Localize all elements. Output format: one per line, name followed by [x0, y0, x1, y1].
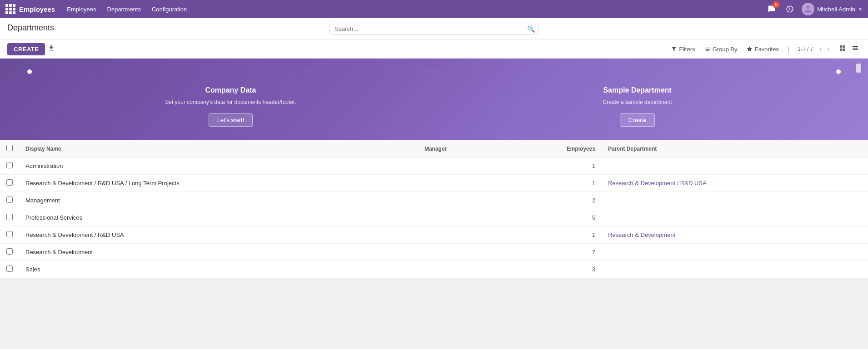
table-header-row: Display Name Manager Employees Parent De…	[0, 140, 868, 157]
groupby-button[interactable]: Group By	[701, 44, 741, 54]
chevron-down-icon: ▼	[858, 7, 863, 12]
filters-label: Filters	[679, 46, 695, 53]
search-bar: 🔍	[329, 23, 539, 35]
row-manager	[418, 175, 502, 192]
nav-configuration[interactable]: Configuration	[147, 4, 191, 15]
messages-icon-btn[interactable]: 5	[765, 3, 778, 15]
kanban-icon	[839, 44, 846, 52]
banner-section-sample: Sample Department Create a sample depart…	[434, 86, 841, 127]
row-checkbox-2[interactable]	[6, 197, 13, 203]
favorites-label: Favorites	[754, 46, 778, 53]
table-row[interactable]: Research & Development 7	[0, 244, 868, 261]
progress-dot-end	[836, 69, 841, 74]
avatar	[802, 3, 814, 15]
row-checkbox-0[interactable]	[6, 162, 13, 168]
search-icon[interactable]: 🔍	[527, 25, 535, 33]
row-checkbox-cell	[0, 175, 19, 192]
row-parent-dept	[602, 244, 868, 261]
banner-section-company: Company Data Set your company's data for…	[27, 86, 434, 127]
favorites-button[interactable]: Favorites	[743, 44, 782, 54]
header-checkbox-cell	[0, 140, 19, 157]
upload-button[interactable]	[45, 43, 58, 55]
row-name: Research & Development	[19, 244, 418, 261]
company-data-title: Company Data	[27, 86, 434, 94]
row-manager	[418, 226, 502, 244]
sample-create-button[interactable]: Create	[620, 113, 655, 127]
row-employees: 2	[502, 192, 602, 209]
create-button[interactable]: CREATE	[7, 43, 45, 55]
row-employees: 1	[502, 175, 602, 192]
row-name: Professional Services	[19, 209, 418, 226]
nav-employees[interactable]: Employees	[62, 4, 100, 15]
progress-line	[32, 72, 836, 72]
row-checkbox-6[interactable]	[6, 265, 13, 272]
sample-dept-title: Sample Department	[434, 86, 841, 94]
page-content-area	[0, 278, 868, 349]
col-display-name: Display Name	[19, 140, 418, 157]
table-row[interactable]: Research & Development / R&D USA 1 Resea…	[0, 226, 868, 244]
message-badge: 5	[773, 1, 780, 8]
toolbar: CREATE Filters Group By Favorites | 1-7 …	[0, 40, 868, 59]
row-manager	[418, 244, 502, 261]
row-name: Sales	[19, 261, 418, 278]
row-checkbox-cell	[0, 226, 19, 244]
list-view-button[interactable]	[850, 44, 861, 54]
row-checkbox-4[interactable]	[6, 231, 13, 237]
table-row[interactable]: Professional Services 5	[0, 209, 868, 226]
page-title: Departments	[7, 21, 54, 36]
filters-button[interactable]: Filters	[667, 44, 698, 54]
row-name: Management	[19, 192, 418, 209]
lets-start-button[interactable]: Let's start!	[209, 113, 253, 127]
row-employees: 5	[502, 209, 602, 226]
row-checkbox-1[interactable]	[6, 179, 13, 186]
list-icon	[852, 44, 859, 52]
row-manager	[418, 192, 502, 209]
row-checkbox-cell	[0, 192, 19, 209]
user-menu[interactable]: Mitchell Admin ▼	[802, 3, 863, 15]
row-checkbox-cell	[0, 244, 19, 261]
col-employees: Employees	[502, 140, 602, 157]
row-parent-dept: Research & Development / R&D USA	[602, 175, 868, 192]
table-row[interactable]: Sales 3	[0, 261, 868, 278]
app-logo[interactable]: Employees	[5, 4, 55, 14]
banner-progress	[27, 69, 841, 74]
row-checkbox-5[interactable]	[6, 248, 13, 255]
next-page-button[interactable]: ›	[826, 44, 832, 54]
app-name: Employees	[19, 5, 55, 13]
row-parent-dept	[602, 157, 868, 175]
pagination-info: 1-7 / 7	[798, 46, 813, 52]
select-all-checkbox[interactable]	[6, 145, 13, 151]
row-name: Research & Development / R&D USA / Long …	[19, 175, 418, 192]
row-manager	[418, 261, 502, 278]
banner-close-button[interactable]: ×	[856, 63, 862, 73]
nav-links: Employees Departments Configuration	[62, 4, 765, 15]
groupby-icon	[704, 46, 711, 52]
col-parent-dept: Parent Department	[602, 140, 868, 157]
prev-page-button[interactable]: ‹	[818, 44, 823, 54]
table-row[interactable]: Administration 1	[0, 157, 868, 175]
search-input[interactable]	[329, 23, 539, 35]
top-nav: Employees Employees Departments Configur…	[0, 0, 868, 18]
kanban-view-button[interactable]	[837, 44, 848, 54]
nav-departments[interactable]: Departments	[103, 4, 145, 15]
row-name: Administration	[19, 157, 418, 175]
progress-dot-start	[27, 69, 32, 74]
clock-icon-btn[interactable]	[783, 3, 796, 15]
clock-icon	[786, 5, 794, 13]
row-parent-dept	[602, 209, 868, 226]
table-row[interactable]: Management 2	[0, 192, 868, 209]
col-manager: Manager	[418, 140, 502, 157]
table-row[interactable]: Research & Development / R&D USA / Long …	[0, 175, 868, 192]
row-employees: 1	[502, 226, 602, 244]
row-name: Research & Development / R&D USA	[19, 226, 418, 244]
departments-table: Display Name Manager Employees Parent De…	[0, 140, 868, 278]
page-header-row: Departments 🔍	[0, 18, 868, 40]
row-employees: 1	[502, 157, 602, 175]
row-manager	[418, 209, 502, 226]
row-checkbox-cell	[0, 261, 19, 278]
row-employees: 7	[502, 244, 602, 261]
view-toggle	[837, 44, 861, 54]
row-checkbox-3[interactable]	[6, 214, 13, 220]
top-nav-right: 5 Mitchell Admin ▼	[765, 3, 863, 15]
row-parent-dept: Research & Development	[602, 226, 868, 244]
